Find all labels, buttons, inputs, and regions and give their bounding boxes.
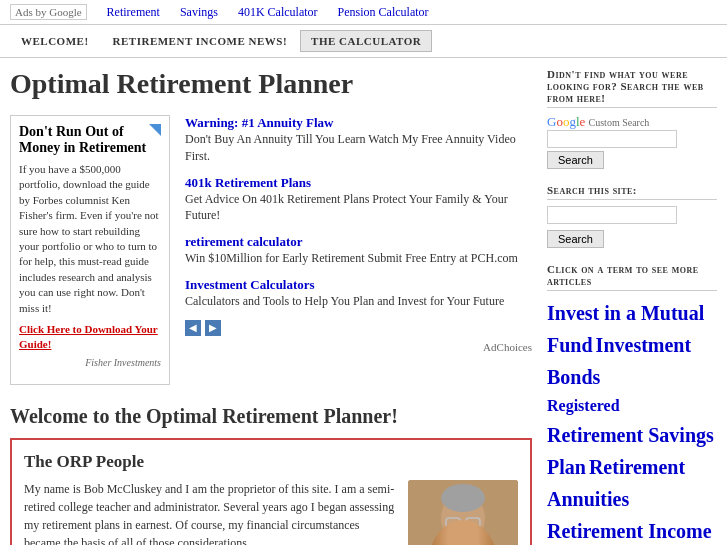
orp-box: The ORP People My name is Bob McCluskey … [10, 438, 532, 545]
main-wrapper: Optimal Retirement Planner Don't Run Out… [0, 58, 727, 545]
tag-retirement-income-funds[interactable]: Retirement Income Funds [547, 520, 712, 545]
google-custom-label: Custom Search [589, 117, 650, 128]
ad-choices-label: AdChoices [185, 341, 532, 353]
sponsored-links: Warning: #1 Annuity Flaw Don't Buy An An… [185, 115, 532, 385]
tag-cloud-heading: Click on a term to see more articles [547, 263, 717, 291]
content-top: Don't Run Out of Money in Retirement If … [10, 115, 532, 385]
tag-cloud: Invest in a Mutual Fund Investment Bonds… [547, 297, 717, 545]
web-search-input[interactable] [547, 130, 677, 148]
tag-registered[interactable]: Registered [547, 397, 620, 414]
sponsored-link-1[interactable]: Warning: #1 Annuity Flaw [185, 115, 333, 130]
sponsored-nav: ◀ ▶ [185, 320, 532, 336]
person-photo-svg [408, 480, 518, 545]
content-area: Optimal Retirement Planner Don't Run Out… [10, 68, 532, 545]
sidebar-tag-cloud: Click on a term to see more articles Inv… [547, 263, 717, 545]
sponsored-desc-2: Get Advice On 401k Retirement Plans Prot… [185, 191, 532, 225]
site-search-heading: Search this site: [547, 184, 717, 200]
sponsored-prev-btn[interactable]: ◀ [185, 320, 201, 336]
secondary-navigation: WELCOME! RETIREMENT INCOME NEWS! THE CAL… [0, 25, 727, 58]
sponsored-desc-1: Don't Buy An Annuity Till You Learn Watc… [185, 131, 532, 165]
ads-by-google-label: Ads by Google [10, 4, 87, 20]
svg-point-3 [441, 484, 485, 512]
nav-welcome[interactable]: WELCOME! [10, 30, 100, 52]
nav-link-retirement[interactable]: Retirement [107, 5, 160, 20]
ad-footer: Fisher Investments [19, 356, 161, 370]
ad-box: Don't Run Out of Money in Retirement If … [10, 115, 170, 385]
sidebar: Didn't find what you were looking for? S… [547, 68, 717, 545]
sidebar-search-heading: Didn't find what you were looking for? S… [547, 68, 717, 108]
ad-body: If you have a $500,000 portfolio, downlo… [19, 162, 161, 316]
sponsored-link-2[interactable]: 401k Retirement Plans [185, 175, 311, 190]
nav-link-401k[interactable]: 401K Calculator [238, 5, 318, 20]
nav-link-savings[interactable]: Savings [180, 5, 218, 20]
site-search-input[interactable] [547, 206, 677, 224]
sponsored-next-btn[interactable]: ▶ [205, 320, 221, 336]
sponsored-item-2: 401k Retirement Plans Get Advice On 401k… [185, 175, 532, 225]
top-navigation: Ads by Google Retirement Savings 401K Ca… [0, 0, 727, 25]
orp-text: My name is Bob McCluskey and I am the pr… [24, 480, 398, 545]
sponsored-desc-3: Win $10Million for Early Retirement Subm… [185, 250, 532, 267]
sponsored-item-4: Investment Calculators Calculators and T… [185, 277, 532, 310]
sidebar-web-search: Didn't find what you were looking for? S… [547, 68, 717, 169]
orp-photo [408, 480, 518, 545]
page-title: Optimal Retirement Planner [10, 68, 532, 100]
orp-heading: The ORP People [24, 452, 518, 472]
sponsored-item-3: retirement calculator Win $10Million for… [185, 234, 532, 267]
welcome-section: Welcome to the Optimal Retirement Planne… [10, 405, 532, 428]
ad-heading: Don't Run Out of Money in Retirement [19, 124, 161, 156]
site-search-box: Search [547, 206, 717, 248]
orp-content: My name is Bob McCluskey and I am the pr… [24, 480, 518, 545]
nav-link-pension[interactable]: Pension Calculator [338, 5, 429, 20]
welcome-heading: Welcome to the Optimal Retirement Planne… [10, 405, 532, 428]
ad-download-link[interactable]: Click Here to Download Your Guide! [19, 323, 158, 350]
nav-calculator[interactable]: THE CALCULATOR [300, 30, 432, 52]
google-search-box: Google Custom Search Search [547, 114, 717, 169]
google-logo: Google Custom Search [547, 114, 717, 130]
web-search-button[interactable]: Search [547, 151, 604, 169]
ad-box-inner: Don't Run Out of Money in Retirement If … [19, 124, 161, 370]
sidebar-site-search: Search this site: Search [547, 184, 717, 248]
sponsored-desc-4: Calculators and Tools to Help You Plan a… [185, 293, 532, 310]
site-search-button[interactable]: Search [547, 230, 604, 248]
sponsored-link-4[interactable]: Investment Calculators [185, 277, 315, 292]
nav-news[interactable]: RETIREMENT INCOME NEWS! [102, 30, 299, 52]
sponsored-link-3[interactable]: retirement calculator [185, 234, 303, 249]
sponsored-item-1: Warning: #1 Annuity Flaw Don't Buy An An… [185, 115, 532, 165]
